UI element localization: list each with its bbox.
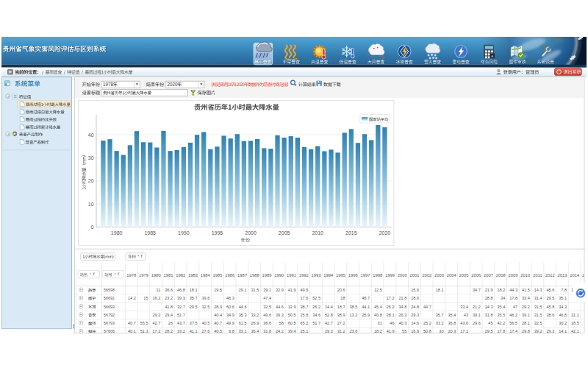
svg-text:1987: 1987 <box>237 273 247 277</box>
svg-text:1979: 1979 <box>139 273 148 277</box>
svg-text:1982: 1982 <box>176 273 185 277</box>
svg-text:1993: 1993 <box>311 273 320 277</box>
svg-text:13.2: 13.2 <box>349 313 357 317</box>
svg-text:2020: 2020 <box>379 230 391 236</box>
svg-text:1998: 1998 <box>373 273 382 277</box>
svg-text:56793: 56793 <box>104 321 115 325</box>
svg-text:31.5: 31.5 <box>534 305 542 309</box>
svg-text:39.3: 39.3 <box>177 296 185 300</box>
svg-text:35.4: 35.4 <box>448 313 456 317</box>
svg-text:14.2: 14.2 <box>128 296 136 300</box>
svg-text:52.8: 52.8 <box>325 313 333 317</box>
svg-text:46.3: 46.3 <box>226 296 234 300</box>
svg-text:45.8: 45.8 <box>546 305 554 309</box>
svg-text:31: 31 <box>378 321 382 325</box>
svg-text:34: 34 <box>501 296 505 300</box>
svg-text:25.8: 25.8 <box>300 313 308 317</box>
svg-text:7.8: 7.8 <box>561 288 567 292</box>
svg-text:40.8: 40.8 <box>374 313 382 317</box>
svg-text:29.1: 29.1 <box>239 288 247 292</box>
svg-text:46: 46 <box>390 321 394 325</box>
svg-text:35.1: 35.1 <box>559 296 567 300</box>
svg-text:1980: 1980 <box>151 273 161 277</box>
svg-text:29.2: 29.2 <box>522 305 530 309</box>
svg-text:12.5: 12.5 <box>374 288 382 292</box>
svg-text:26.9: 26.9 <box>251 321 259 325</box>
svg-text:1992: 1992 <box>299 273 309 277</box>
svg-text:58: 58 <box>279 321 284 325</box>
svg-text:42.2: 42.2 <box>497 321 505 325</box>
svg-text:35.7: 35.7 <box>436 313 444 317</box>
svg-text:35.4: 35.4 <box>497 305 505 309</box>
svg-text:60.5: 60.5 <box>288 321 296 325</box>
svg-text:47: 47 <box>513 305 517 309</box>
svg-text:20.6: 20.6 <box>337 288 345 292</box>
svg-text:2013: 2013 <box>557 273 567 277</box>
svg-text:28.1: 28.1 <box>522 321 530 325</box>
svg-text:2001: 2001 <box>409 273 419 277</box>
svg-text:2003: 2003 <box>434 273 444 277</box>
svg-text:12.9: 12.9 <box>288 305 296 309</box>
svg-text:28.9: 28.9 <box>214 305 222 309</box>
svg-text:45.4: 45.4 <box>374 305 382 309</box>
svg-text:34.8: 34.8 <box>398 305 406 309</box>
svg-text:2008: 2008 <box>496 273 506 277</box>
svg-text:35.3: 35.3 <box>239 313 247 317</box>
svg-text:1995: 1995 <box>336 273 345 277</box>
svg-text:21.8: 21.8 <box>398 296 406 300</box>
svg-text:56.5: 56.5 <box>509 321 517 325</box>
svg-text:2010: 2010 <box>312 230 323 236</box>
svg-text:1995: 1995 <box>212 230 223 236</box>
svg-text:52.5: 52.5 <box>312 296 320 300</box>
svg-text:29.5: 29.5 <box>546 296 554 300</box>
svg-text:1978: 1978 <box>103 82 114 87</box>
svg-text:33.2: 33.2 <box>436 321 444 325</box>
svg-text:43.6: 43.6 <box>460 321 468 325</box>
svg-text:37.5: 37.5 <box>190 321 198 325</box>
svg-text:60.6: 60.6 <box>226 305 234 309</box>
svg-text:41.5: 41.5 <box>522 288 530 292</box>
svg-text:42.7: 42.7 <box>325 321 333 325</box>
svg-text:43.7: 43.7 <box>177 321 185 325</box>
svg-text:1978: 1978 <box>126 273 136 277</box>
svg-text:1986: 1986 <box>225 273 234 277</box>
svg-text:18.5: 18.5 <box>571 321 579 325</box>
svg-text:1981: 1981 <box>163 273 173 277</box>
svg-text:34.3: 34.3 <box>559 305 567 309</box>
svg-text:1997: 1997 <box>360 273 370 277</box>
svg-text:14.4: 14.4 <box>325 305 333 309</box>
svg-text:36.8: 36.8 <box>448 321 456 325</box>
svg-text:44.6: 44.6 <box>276 305 284 309</box>
svg-text:29.6: 29.6 <box>473 321 481 325</box>
svg-text:24.3: 24.3 <box>485 305 493 309</box>
svg-text:2000: 2000 <box>245 230 257 236</box>
svg-text:0: 0 <box>91 224 94 230</box>
svg-text:38.7: 38.7 <box>300 305 308 309</box>
svg-text:31.4: 31.4 <box>534 296 542 300</box>
svg-text:31.1: 31.1 <box>571 313 579 317</box>
svg-text:42.7: 42.7 <box>152 321 160 325</box>
svg-text:49.9: 49.9 <box>226 321 234 325</box>
svg-text:26.2: 26.2 <box>387 305 395 309</box>
svg-text:31.8: 31.8 <box>485 313 493 317</box>
svg-text:46.8: 46.8 <box>559 313 567 317</box>
svg-text:1983: 1983 <box>188 273 198 277</box>
svg-text:51.7: 51.7 <box>177 313 185 317</box>
svg-text:39.6: 39.6 <box>201 296 209 300</box>
svg-text:15.6: 15.6 <box>411 288 419 292</box>
svg-text:39.3: 39.3 <box>276 313 284 317</box>
svg-text:44.3: 44.3 <box>509 288 517 292</box>
svg-text:17.8: 17.8 <box>509 296 517 300</box>
svg-text:2005: 2005 <box>279 230 290 236</box>
svg-text:36.6: 36.6 <box>165 288 173 292</box>
svg-text:49.6: 49.6 <box>263 313 271 317</box>
svg-text:40.4: 40.4 <box>214 313 222 317</box>
svg-text:56691: 56691 <box>104 296 115 300</box>
svg-text:2020: 2020 <box>168 82 179 87</box>
svg-text:1985: 1985 <box>144 230 156 236</box>
svg-text:15: 15 <box>143 296 148 300</box>
svg-text:47.4: 47.4 <box>263 296 271 300</box>
svg-text:28.1: 28.1 <box>387 313 395 317</box>
svg-text:43: 43 <box>464 313 468 317</box>
svg-text:51.7: 51.7 <box>312 321 320 325</box>
